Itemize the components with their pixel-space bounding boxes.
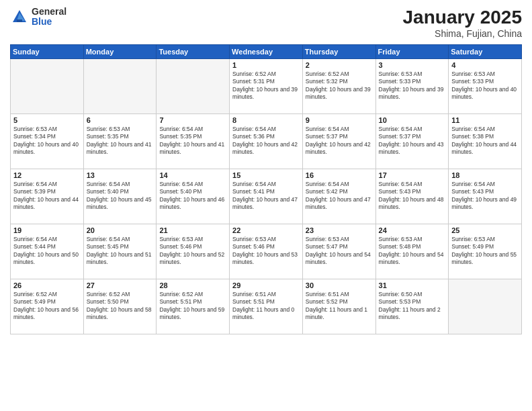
calendar-cell: 15Sunrise: 6:54 AMSunset: 5:41 PMDayligh… (230, 169, 303, 224)
day-number: 16 (306, 171, 373, 179)
day-info: Sunrise: 6:54 AMSunset: 5:35 PMDaylight:… (159, 126, 226, 156)
weekday-header: Monday (83, 45, 157, 59)
calendar-cell: 24Sunrise: 6:53 AMSunset: 5:48 PMDayligh… (375, 224, 449, 279)
day-info: Sunrise: 6:53 AMSunset: 5:35 PMDaylight:… (87, 126, 154, 156)
day-number: 8 (232, 116, 300, 124)
day-info: Sunrise: 6:50 AMSunset: 5:53 PMDaylight:… (379, 291, 446, 322)
day-number: 1 (232, 61, 300, 69)
day-number: 29 (232, 281, 300, 289)
weekday-header: Wednesday (230, 45, 303, 59)
day-info: Sunrise: 6:53 AMSunset: 5:46 PMDaylight:… (159, 236, 226, 267)
calendar-cell: 22Sunrise: 6:53 AMSunset: 5:46 PMDayligh… (230, 224, 303, 279)
calendar-cell: 13Sunrise: 6:54 AMSunset: 5:40 PMDayligh… (83, 169, 157, 224)
day-number: 22 (232, 226, 300, 234)
svg-rect-2 (17, 19, 22, 22)
day-info: Sunrise: 6:54 AMSunset: 5:43 PMDaylight:… (379, 181, 446, 212)
logo-icon (10, 7, 29, 26)
title-block: January 2025 Shima, Fujian, China (403, 7, 522, 39)
calendar-cell: 18Sunrise: 6:54 AMSunset: 5:43 PMDayligh… (449, 169, 522, 224)
day-info: Sunrise: 6:53 AMSunset: 5:33 PMDaylight:… (379, 71, 446, 101)
day-number: 14 (159, 171, 226, 179)
day-number: 21 (159, 226, 226, 234)
calendar-cell (157, 59, 230, 114)
calendar-cell: 20Sunrise: 6:54 AMSunset: 5:45 PMDayligh… (83, 224, 157, 279)
day-info: Sunrise: 6:54 AMSunset: 5:37 PMDaylight:… (379, 126, 446, 156)
calendar-cell: 6Sunrise: 6:53 AMSunset: 5:35 PMDaylight… (83, 114, 157, 169)
header: General Blue January 2025 Shima, Fujian,… (10, 7, 522, 39)
day-number: 15 (232, 171, 300, 179)
calendar-cell: 27Sunrise: 6:52 AMSunset: 5:50 PMDayligh… (83, 279, 157, 334)
calendar-cell: 31Sunrise: 6:50 AMSunset: 5:53 PMDayligh… (375, 279, 449, 334)
day-number: 27 (87, 281, 154, 289)
day-info: Sunrise: 6:52 AMSunset: 5:31 PMDaylight:… (232, 71, 300, 101)
day-number: 13 (87, 171, 154, 179)
calendar-cell: 16Sunrise: 6:54 AMSunset: 5:42 PMDayligh… (302, 169, 375, 224)
calendar-cell: 25Sunrise: 6:53 AMSunset: 5:49 PMDayligh… (449, 224, 522, 279)
day-info: Sunrise: 6:54 AMSunset: 5:37 PMDaylight:… (306, 126, 373, 156)
day-info: Sunrise: 6:54 AMSunset: 5:36 PMDaylight:… (232, 126, 300, 156)
weekday-header: Tuesday (157, 45, 230, 59)
calendar-week-row: 12Sunrise: 6:54 AMSunset: 5:39 PMDayligh… (11, 169, 522, 224)
day-info: Sunrise: 6:52 AMSunset: 5:49 PMDaylight:… (13, 291, 81, 322)
calendar-week-row: 19Sunrise: 6:54 AMSunset: 5:44 PMDayligh… (11, 224, 522, 279)
calendar-cell: 28Sunrise: 6:52 AMSunset: 5:51 PMDayligh… (157, 279, 230, 334)
weekday-header: Saturday (449, 45, 522, 59)
day-info: Sunrise: 6:54 AMSunset: 5:41 PMDaylight:… (232, 181, 300, 212)
day-info: Sunrise: 6:53 AMSunset: 5:33 PMDaylight:… (451, 71, 519, 101)
logo-blue: Blue (32, 17, 66, 27)
day-number: 31 (379, 281, 446, 289)
day-info: Sunrise: 6:52 AMSunset: 5:51 PMDaylight:… (159, 291, 226, 322)
day-number: 7 (159, 116, 226, 124)
day-number: 20 (87, 226, 154, 234)
day-number: 28 (159, 281, 226, 289)
day-number: 4 (451, 61, 519, 69)
page: General Blue January 2025 Shima, Fujian,… (0, 0, 532, 411)
day-number: 23 (306, 226, 373, 234)
calendar-cell: 10Sunrise: 6:54 AMSunset: 5:37 PMDayligh… (375, 114, 449, 169)
day-info: Sunrise: 6:54 AMSunset: 5:40 PMDaylight:… (87, 181, 154, 212)
calendar-cell: 26Sunrise: 6:52 AMSunset: 5:49 PMDayligh… (11, 279, 84, 334)
calendar-cell: 2Sunrise: 6:52 AMSunset: 5:32 PMDaylight… (302, 59, 375, 114)
calendar-header-row: SundayMondayTuesdayWednesdayThursdayFrid… (11, 45, 522, 59)
calendar-title: January 2025 (403, 7, 522, 28)
calendar-week-row: 1Sunrise: 6:52 AMSunset: 5:31 PMDaylight… (11, 59, 522, 114)
weekday-header: Thursday (302, 45, 375, 59)
calendar-cell: 9Sunrise: 6:54 AMSunset: 5:37 PMDaylight… (302, 114, 375, 169)
day-info: Sunrise: 6:54 AMSunset: 5:40 PMDaylight:… (159, 181, 226, 212)
day-number: 19 (13, 226, 81, 234)
day-number: 6 (87, 116, 154, 124)
day-info: Sunrise: 6:53 AMSunset: 5:34 PMDaylight:… (13, 126, 81, 156)
calendar-cell: 30Sunrise: 6:51 AMSunset: 5:52 PMDayligh… (302, 279, 375, 334)
day-info: Sunrise: 6:53 AMSunset: 5:48 PMDaylight:… (379, 236, 446, 267)
calendar-cell: 5Sunrise: 6:53 AMSunset: 5:34 PMDaylight… (11, 114, 84, 169)
calendar-cell: 14Sunrise: 6:54 AMSunset: 5:40 PMDayligh… (157, 169, 230, 224)
calendar-cell: 7Sunrise: 6:54 AMSunset: 5:35 PMDaylight… (157, 114, 230, 169)
calendar-cell: 19Sunrise: 6:54 AMSunset: 5:44 PMDayligh… (11, 224, 84, 279)
calendar-week-row: 26Sunrise: 6:52 AMSunset: 5:49 PMDayligh… (11, 279, 522, 334)
day-number: 17 (379, 171, 446, 179)
day-info: Sunrise: 6:53 AMSunset: 5:47 PMDaylight:… (306, 236, 373, 267)
day-info: Sunrise: 6:54 AMSunset: 5:44 PMDaylight:… (13, 236, 81, 267)
day-info: Sunrise: 6:51 AMSunset: 5:52 PMDaylight:… (306, 291, 373, 322)
logo-text: General Blue (32, 7, 66, 28)
calendar-cell (11, 59, 84, 114)
day-info: Sunrise: 6:52 AMSunset: 5:32 PMDaylight:… (306, 71, 373, 101)
calendar-cell: 4Sunrise: 6:53 AMSunset: 5:33 PMDaylight… (449, 59, 522, 114)
logo-general: General (32, 7, 66, 17)
logo: General Blue (10, 7, 66, 28)
calendar-cell: 29Sunrise: 6:51 AMSunset: 5:51 PMDayligh… (230, 279, 303, 334)
calendar-subtitle: Shima, Fujian, China (403, 28, 522, 39)
day-info: Sunrise: 6:54 AMSunset: 5:38 PMDaylight:… (451, 126, 519, 156)
day-info: Sunrise: 6:54 AMSunset: 5:39 PMDaylight:… (13, 181, 81, 212)
calendar-cell: 11Sunrise: 6:54 AMSunset: 5:38 PMDayligh… (449, 114, 522, 169)
day-number: 2 (306, 61, 373, 69)
day-info: Sunrise: 6:52 AMSunset: 5:50 PMDaylight:… (87, 291, 154, 322)
calendar-table: SundayMondayTuesdayWednesdayThursdayFrid… (10, 44, 522, 334)
weekday-header: Sunday (11, 45, 84, 59)
day-number: 26 (13, 281, 81, 289)
day-number: 18 (451, 171, 519, 179)
day-number: 12 (13, 171, 81, 179)
calendar-cell: 21Sunrise: 6:53 AMSunset: 5:46 PMDayligh… (157, 224, 230, 279)
day-number: 30 (306, 281, 373, 289)
day-number: 24 (379, 226, 446, 234)
